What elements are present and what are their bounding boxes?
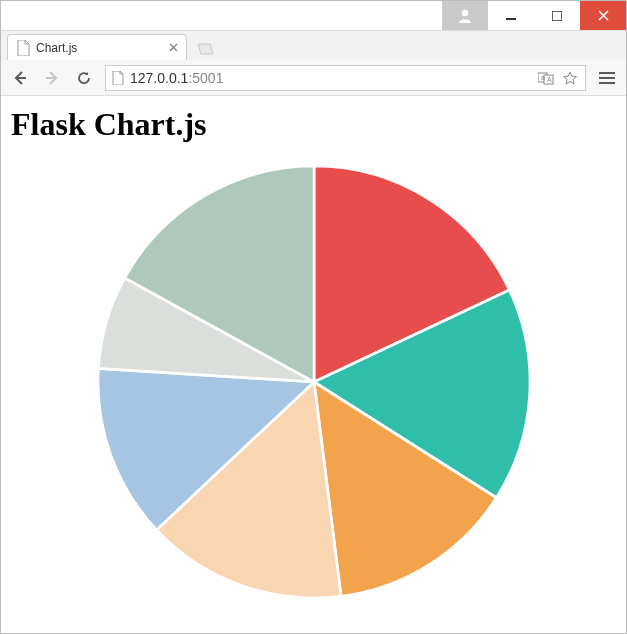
svg-point-0 bbox=[462, 9, 468, 15]
new-tab-button[interactable] bbox=[193, 38, 217, 60]
page-content: Flask Chart.js bbox=[1, 96, 626, 617]
url-host: 127.0.0.1 bbox=[130, 70, 188, 86]
svg-text:A: A bbox=[547, 76, 552, 83]
arrow-right-icon bbox=[43, 69, 61, 87]
menu-button[interactable] bbox=[596, 67, 618, 89]
bookmark-button[interactable] bbox=[561, 71, 579, 85]
tab-close-button[interactable] bbox=[169, 40, 178, 55]
hamburger-icon bbox=[599, 72, 615, 84]
svg-rect-1 bbox=[506, 18, 516, 20]
svg-text:a: a bbox=[541, 74, 545, 81]
tab-title: Chart.js bbox=[36, 41, 163, 55]
user-menu-button[interactable] bbox=[442, 1, 488, 30]
arrow-left-icon bbox=[11, 69, 29, 87]
url-bar[interactable]: 127.0.0.1:5001 a A bbox=[105, 65, 586, 91]
browser-tab[interactable]: Chart.js bbox=[7, 34, 187, 60]
reload-button[interactable] bbox=[73, 67, 95, 89]
new-tab-icon bbox=[195, 41, 215, 57]
reload-icon bbox=[76, 70, 92, 86]
translate-icon: a A bbox=[538, 71, 554, 85]
tab-strip: Chart.js bbox=[1, 31, 626, 60]
minimize-button[interactable] bbox=[488, 1, 534, 30]
browser-toolbar: 127.0.0.1:5001 a A bbox=[1, 60, 626, 96]
svg-rect-2 bbox=[552, 11, 562, 21]
document-icon bbox=[16, 40, 30, 56]
close-icon bbox=[598, 10, 609, 21]
back-button[interactable] bbox=[9, 67, 31, 89]
maximize-button[interactable] bbox=[534, 1, 580, 30]
close-icon bbox=[169, 43, 178, 52]
forward-button[interactable] bbox=[41, 67, 63, 89]
user-icon bbox=[456, 7, 474, 25]
url-port: :5001 bbox=[188, 70, 223, 86]
window-close-button[interactable] bbox=[580, 1, 626, 30]
url-text: 127.0.0.1:5001 bbox=[130, 70, 531, 86]
chart-container bbox=[11, 157, 616, 607]
document-icon bbox=[112, 71, 124, 85]
minimize-icon bbox=[506, 11, 516, 21]
page-title: Flask Chart.js bbox=[11, 106, 616, 143]
translate-button[interactable]: a A bbox=[537, 71, 555, 85]
pie-chart bbox=[89, 157, 539, 607]
maximize-icon bbox=[552, 11, 562, 21]
star-icon bbox=[563, 71, 577, 85]
window-titlebar bbox=[1, 1, 626, 31]
